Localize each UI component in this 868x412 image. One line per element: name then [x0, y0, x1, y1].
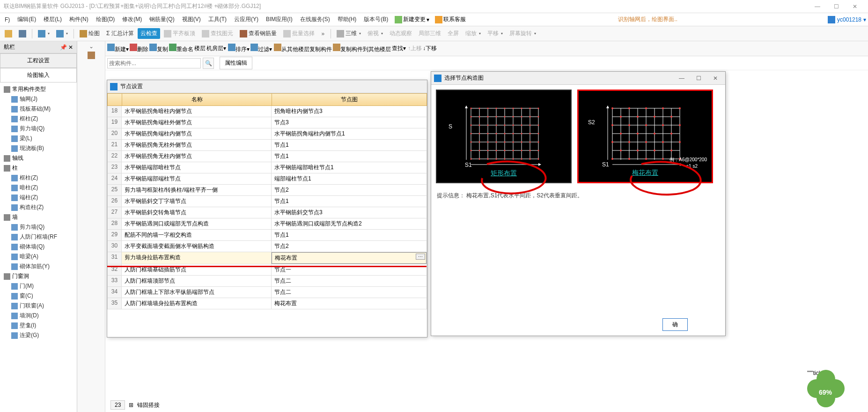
table-row[interactable]: 30水平变截面墙变截面侧水平钢筋构造节点2 [107, 241, 427, 252]
table-row[interactable]: 28水平钢筋遇洞口或端部无节点构造水平钢筋遇洞口或端部无节点构造2 [107, 218, 427, 230]
menu-floor[interactable]: 楼层(L) [41, 15, 65, 24]
ok-button[interactable]: 确 [662, 318, 688, 331]
tree-item[interactable]: 暗梁(A) [0, 252, 77, 262]
tree-item[interactable]: 砌体墙(Q) [0, 242, 77, 252]
table-row[interactable]: 26水平钢筋斜交丁字墙节点节点1 [107, 196, 427, 207]
table-row[interactable]: 20水平钢筋拐角端柱内侧节点水平钢筋拐角端柱内侧节点1 [107, 128, 427, 140]
table-row[interactable]: 24水平钢筋端部端柱节点端部端柱节点1 [107, 173, 427, 185]
tree-item[interactable]: 筏板基础(M) [0, 104, 77, 114]
user-account[interactable]: yc001218▾ [828, 16, 866, 23]
menu-component[interactable]: 构件(N) [66, 15, 91, 24]
tree-item[interactable]: 现浇板(B) [0, 143, 77, 153]
menu-view[interactable]: 视图(V) [179, 15, 204, 24]
tree-item[interactable]: 端柱(Z) [0, 193, 77, 202]
copy-from-button[interactable]: 从其他楼层复制构件 [274, 44, 332, 53]
top-view-button[interactable]: 俯视▾ [365, 28, 386, 39]
table-row[interactable]: 25剪力墙与框架柱/转换柱/端柱平齐一侧节点2 [107, 185, 427, 196]
tree-item[interactable]: 连梁(G) [0, 330, 77, 340]
find-button[interactable]: 查找▾ [392, 45, 406, 52]
cell-node[interactable]: 端部端柱节点1 [272, 173, 427, 184]
new-component-button[interactable]: 新建▾ [107, 44, 129, 53]
filter-button[interactable]: 过滤▾ [250, 44, 272, 53]
menu-edit[interactable]: 编辑(E) [15, 15, 39, 24]
more-button[interactable]: ⋯ [416, 254, 425, 260]
menu-help[interactable]: 帮助(H) [335, 15, 360, 24]
minimize-button[interactable]: — [808, 3, 827, 10]
find-element-button[interactable]: 查找图元 [199, 28, 236, 39]
tree-item[interactable]: 墙洞(D) [0, 311, 77, 321]
table-row[interactable]: 33人防门框墙顶部节点节点二 [107, 276, 427, 287]
contact-button[interactable]: 联系客服 [433, 15, 468, 24]
tree-item[interactable]: 暗柱(Z) [0, 183, 77, 193]
cell-node[interactable]: 节点1 [272, 196, 427, 207]
table-row[interactable]: 29配筋不同的墙一字相交构造节点1 [107, 230, 427, 241]
table-row[interactable]: 34人防门框墙上下部水平纵筋端部节点节点二 [107, 287, 427, 298]
move-up-button[interactable]: ↑上移 [408, 45, 422, 52]
cell-node[interactable]: 节点1 [272, 230, 427, 240]
delete-button[interactable]: 删除 [130, 44, 148, 53]
menu-draw[interactable]: 绘图(D) [93, 15, 118, 24]
dialog-titlebar[interactable]: 选择节点构造图 — ☐ ✕ [431, 72, 725, 85]
undo-button[interactable]: ▾ [35, 29, 52, 39]
cell-node[interactable]: 水平钢筋遇洞口或端部无节点构造2 [272, 218, 427, 229]
table-row[interactable]: 35人防门框墙墙身拉筋布置构造梅花布置 [107, 298, 427, 309]
3d-button[interactable]: 三维▾ [334, 28, 364, 39]
machine-floor-button[interactable]: 机房层▾ [206, 45, 226, 52]
property-edit-tab[interactable]: 属性编辑 [220, 57, 252, 69]
tab-project-settings[interactable]: 工程设置 [0, 53, 77, 68]
close-button[interactable]: ✕ [708, 75, 722, 82]
maximize-button[interactable]: ☐ [691, 75, 706, 82]
cell-node[interactable]: 节点1 [272, 151, 427, 162]
option-plum-layout[interactable]: S2 S1 例：A6@200*200 s1 s2 梅花布置 [577, 90, 713, 183]
search-button[interactable]: 🔍 [203, 58, 214, 69]
sort-button[interactable]: 排序▾ [228, 44, 250, 53]
tree-item[interactable]: 剪力墙(Q) [0, 124, 77, 134]
tab-draw-input[interactable]: 绘图输入 [0, 68, 77, 82]
tree-group[interactable]: 轴线 [0, 153, 77, 163]
cell-node[interactable]: 梅花布置⋯ [272, 252, 427, 264]
tree-item[interactable]: 梁(L) [0, 134, 77, 143]
rotate-button[interactable]: 屏幕旋转▾ [507, 28, 539, 39]
maximize-button[interactable]: ☐ [827, 3, 846, 10]
tree-item[interactable]: 壁龛(I) [0, 321, 77, 330]
close-button[interactable]: ✕ [846, 3, 864, 10]
tree-item[interactable]: 窗(C) [0, 291, 77, 301]
menu-version[interactable]: 版本号(B) [361, 15, 391, 24]
cell-node[interactable]: 节点1 [272, 140, 427, 150]
save-button[interactable] [16, 29, 29, 39]
partial-3d-button[interactable]: 局部三维 [416, 28, 444, 39]
tree-group[interactable]: 门窗洞 [0, 271, 77, 281]
cell-node[interactable]: 节点2 [272, 241, 427, 252]
cell-node[interactable]: 节点二 [272, 287, 427, 298]
rename-button[interactable]: 重命名 [169, 44, 193, 53]
pan-button[interactable]: 平移▾ [485, 28, 506, 39]
option-rect-layout[interactable]: S S1 矩形布置 [436, 90, 572, 183]
menu-rebar[interactable]: 钢筋量(Q) [147, 15, 177, 24]
table-row[interactable]: 21水平钢筋拐角无柱外侧节点节点1 [107, 140, 427, 151]
new-change-button[interactable]: 新建变更▾ [393, 15, 431, 24]
menu-file[interactable]: F) [2, 15, 13, 24]
more-toolbar[interactable]: » [318, 30, 328, 37]
expand-icon[interactable]: ⊞ [129, 402, 133, 408]
tree-item[interactable]: 框柱(Z) [0, 173, 77, 183]
fullscreen-button[interactable]: 全屏 [445, 28, 462, 39]
cell-node[interactable]: 节点3 [272, 117, 427, 128]
cell-node[interactable]: 水平钢筋拐角端柱内侧节点1 [272, 128, 427, 139]
search-input[interactable] [107, 58, 201, 68]
pin-icon[interactable]: 📌 ✕ [60, 44, 73, 51]
draw-button[interactable]: 绘图 [77, 28, 103, 39]
table-row[interactable]: 23水平钢筋端部暗柱节点水平钢筋端部暗柱节点1 [107, 162, 427, 173]
tree-item[interactable]: 门联窗(A) [0, 301, 77, 311]
table-row[interactable]: 22水平钢筋拐角无柱内侧节点节点1 [107, 151, 427, 162]
tree-item[interactable]: 砌体加筋(Y) [0, 262, 77, 271]
table-row[interactable]: 31剪力墙身拉筋布置构造梅花布置⋯ [107, 252, 427, 264]
cell-node[interactable]: 节点2 [272, 185, 427, 195]
floor-button[interactable]: 楼层 [194, 45, 206, 52]
tree-item[interactable]: 构造柱(Z) [0, 202, 77, 212]
tree-item[interactable]: 人防门框墙(RF [0, 232, 77, 242]
cell-node[interactable]: 梅花布置 [272, 298, 427, 309]
zoom-button[interactable]: 缩放▾ [463, 28, 484, 39]
table-row[interactable]: 19水平钢筋拐角端柱外侧节点节点3 [107, 117, 427, 128]
tree-item[interactable]: 框柱(Z) [0, 114, 77, 124]
copy-to-button[interactable]: 复制构件到其他楼层 [333, 44, 391, 53]
